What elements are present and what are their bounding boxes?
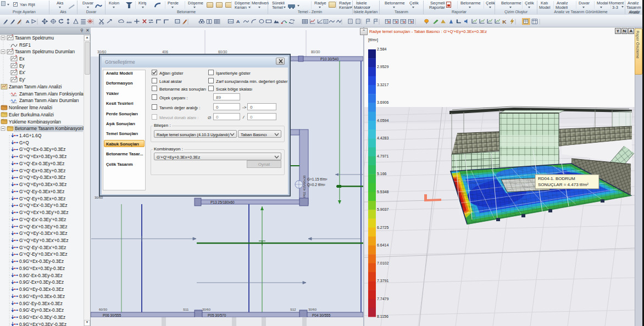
svg-text:0.9G'-Ex+0.3Ey-0.3Ez: 0.9G'-Ex+0.3Ey-0.3Ez — [19, 280, 64, 285]
svg-text:k: k — [411, 21, 413, 24]
svg-text:Nonlineer İtme Analizi: Nonlineer İtme Analizi — [9, 105, 52, 110]
svg-text:S11: S11 — [183, 308, 189, 311]
svg-text:30/60: 30/60 — [308, 308, 317, 311]
svg-text:6.2725: 6.2725 — [377, 226, 389, 229]
svg-text:G'+Q'-Ex'-0.3Ey'+0.3Ez: G'+Q'-Ex'-0.3Ey'+0.3Ez — [19, 217, 66, 222]
svg-text:0.9G'+Ey-0.3Ex-0.3Ez: 0.9G'+Ey-0.3Ex-0.3Ez — [19, 287, 64, 292]
svg-text:G'+Q'-Ey'+0.3Ex'+0.3Ez: G'+Q'-Ey'+0.3Ex'+0.3Ez — [19, 252, 68, 257]
svg-text:Zaman Tanım Alanı Analizi: Zaman Tanım Alanı Analizi — [9, 85, 62, 89]
svg-text:4.4283: 4.4283 — [377, 136, 389, 140]
svg-text:6.6414: 6.6414 — [377, 243, 389, 247]
svg-text:Q=0.2 tf/m²: Q=0.2 tf/m² — [307, 183, 326, 187]
svg-text:Yükleme Kombinasyonları: Yükleme Kombinasyonları — [9, 120, 61, 125]
svg-text:5.166: 5.166 — [377, 172, 387, 176]
svg-text:2.584: 2.584 — [377, 47, 387, 51]
svg-text:P02 415/60x30: P02 415/60x30 — [303, 175, 306, 198]
svg-text:G'+Q'+Ex'+0.3Ey'+0.3Ez: G'+Q'+Ex'+0.3Ey'+0.3Ez — [19, 210, 69, 215]
svg-text:60/30: 60/30 — [218, 50, 227, 54]
svg-text:Tasarım Spektrumu: Tasarım Spektrumu — [15, 36, 54, 41]
svg-text:G'+Q'+Ex'-0.3Ey'+0.3Ez: G'+Q'+Ex'-0.3Ey'+0.3Ez — [19, 203, 68, 208]
svg-text:P13 25/180x60: P13 25/180x60 — [210, 200, 235, 204]
svg-text:0.9G'-Ey+0.3Ex-0.3Ez: 0.9G'-Ey+0.3Ex-0.3Ez — [19, 308, 64, 313]
svg-text:Ex: Ex — [19, 57, 25, 61]
svg-text:Ey: Ey — [19, 64, 25, 69]
svg-text:7.7479: 7.7479 — [377, 297, 389, 301]
svg-text:A: A — [236, 19, 241, 24]
svg-text:P04 30/555: P04 30/555 — [312, 313, 331, 317]
svg-text:RSF1: RSF1 — [19, 43, 31, 48]
svg-text:G'+Q'-Ey+0.3Ex+0.3Ez: G'+Q'-Ey+0.3Ex+0.3Ez — [19, 196, 65, 201]
svg-text:P10 30/540: P10 30/540 — [320, 57, 339, 61]
svg-text:4.7971: 4.7971 — [377, 154, 389, 158]
svg-text:2.9529: 2.9529 — [377, 65, 389, 69]
svg-text:[tf/m²]: [tf/m²] — [368, 38, 378, 42]
svg-text:G'+Q'-Ey-0.3Ex+0.3Ez: G'+Q'-Ey-0.3Ex+0.3Ez — [19, 189, 64, 194]
svg-text:Ey': Ey' — [19, 77, 26, 82]
svg-text:3.3217: 3.3217 — [377, 83, 389, 87]
svg-text:·: · — [293, 58, 294, 61]
svg-text:30/60: 30/60 — [97, 50, 107, 54]
svg-text:k: k — [403, 21, 405, 24]
svg-text:G'+Q'-Ex'+0.3Ey'+0.3Ez: G'+Q'-Ex'+0.3Ey'+0.3Ez — [19, 224, 68, 229]
svg-text:60/30: 60/30 — [99, 308, 108, 311]
svg-text:80/30: 80/30 — [311, 50, 320, 54]
svg-text:K: K — [502, 19, 507, 25]
svg-text:G'+Q'-Ex-0.3Ey+0.3Ez: G'+Q'-Ex-0.3Ey+0.3Ez — [19, 161, 64, 166]
svg-text:P06 30/555: P06 30/555 — [103, 313, 121, 317]
svg-text:RD04-1. BODRUM: RD04-1. BODRUM — [538, 176, 575, 181]
svg-text:Betonarme Tasarım Kombinasyonl: Betonarme Tasarım Kombinasyonları — [15, 126, 84, 131]
svg-text:Euler Burkulma Analizi: Euler Burkulma Analizi — [9, 113, 54, 117]
svg-text:3.6906: 3.6906 — [377, 100, 389, 104]
svg-text:0.9G'+Ex'-0.3Ey'-0.3Ez: 0.9G'+Ex'-0.3Ey'-0.3Ez — [19, 315, 65, 320]
svg-text:G'+Q'+Ey'+0.3Ex'+0.3Ez: G'+Q'+Ey'+0.3Ex'+0.3Ez — [19, 238, 69, 243]
svg-text:Zaman Tanım Alanı Fonksiyonlar: Zaman Tanım Alanı Fonksiyonları — [19, 92, 84, 97]
svg-text:G=1.15 tf/m²: G=1.15 tf/m² — [307, 177, 327, 181]
svg-text:8.1156: 8.1156 — [377, 314, 388, 318]
svg-text:SONUÇLAR = 4.473 tf/m²: SONUÇLAR = 4.473 tf/m² — [538, 182, 589, 187]
svg-text:4.0594: 4.0594 — [377, 119, 389, 122]
svg-text:G'+Q'-Ex+0.3Ey+0.3Ez: G'+Q'-Ex+0.3Ey+0.3Ez — [19, 168, 65, 173]
svg-text:k: k — [396, 21, 397, 24]
svg-text:Zaman Tanım Alanı Durumları: Zaman Tanım Alanı Durumları — [19, 98, 79, 103]
svg-text:Ex': Ex' — [19, 70, 26, 75]
svg-text:Radye temel sonuçları - Taban: Radye temel sonuçları - Taban Basıncı : … — [369, 29, 487, 34]
svg-text:5.9037: 5.9037 — [377, 207, 389, 211]
svg-text:7.0102: 7.0102 — [377, 261, 389, 265]
svg-text:A: A — [26, 19, 30, 24]
svg-text:G+Q: G+Q — [19, 140, 29, 145]
svg-text:7.3791: 7.3791 — [377, 279, 389, 283]
svg-text:G'+Q'+Ex+0.3Ey+0.3Ez: G'+Q'+Ex+0.3Ey+0.3Ez — [19, 154, 66, 159]
svg-text:0.9G'-Ey-0.3Ex-0.3Ez: 0.9G'-Ey-0.3Ex-0.3Ez — [19, 301, 63, 306]
svg-text:1.4G+1.6Q: 1.4G+1.6Q — [19, 133, 41, 138]
svg-text:G'+Q'+Ex-0.3Ey+0.3Ez: G'+Q'+Ex-0.3Ey+0.3Ez — [19, 147, 65, 152]
svg-text:k: k — [388, 21, 390, 24]
svg-text:G'+Q'-Ey'-0.3Ex'+0.3Ez: G'+Q'-Ey'-0.3Ex'+0.3Ez — [19, 245, 66, 250]
svg-text:0.9G'+Ex-0.3Ey-0.3Ez: 0.9G'+Ex-0.3Ey-0.3Ez — [19, 259, 64, 264]
svg-text:G'+Q'+Ey+0.3Ex+0.3Ez: G'+Q'+Ey+0.3Ex+0.3Ez — [19, 182, 66, 187]
svg-text:0.9G'+Ey+0.3Ex-0.3Ez: 0.9G'+Ey+0.3Ex-0.3Ez — [19, 294, 65, 299]
svg-text:0.9G'-Ex-0.3Ey-0.3Ez: 0.9G'-Ex-0.3Ey-0.3Ez — [19, 273, 63, 278]
svg-text:Tasarım Spektrumu Durumları: Tasarım Spektrumu Durumları — [15, 49, 75, 54]
svg-text:S12: S12 — [290, 308, 296, 311]
svg-text:0.9G'+Ex+0.3Ey-0.3Ez: 0.9G'+Ex+0.3Ey-0.3Ez — [19, 266, 65, 271]
svg-text:406: 406 — [162, 50, 168, 54]
svg-text:G'+Q'+Ey-0.3Ex+0.3Ez: G'+Q'+Ey-0.3Ex+0.3Ez — [19, 175, 65, 180]
svg-text:G'+Q'+Ey'-0.3Ex'+0.3Ez: G'+Q'+Ey'-0.3Ex'+0.3Ez — [19, 231, 68, 236]
svg-text:30/60: 30/60 — [202, 308, 211, 311]
svg-text:5.5348: 5.5348 — [377, 190, 389, 194]
svg-text:30/60: 30/60 — [95, 196, 103, 199]
svg-text:0.9G'+Ex'+0.3Ey'-0.3Ez: 0.9G'+Ex'+0.3Ey'-0.3Ez — [19, 322, 66, 326]
svg-text:P05 30/570: P05 30/570 — [208, 313, 226, 317]
